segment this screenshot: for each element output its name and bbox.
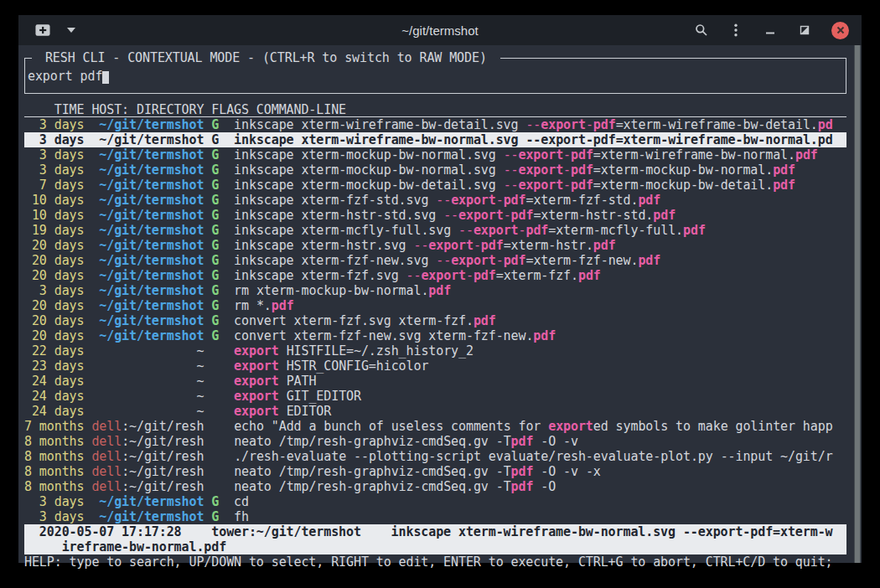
- table-row[interactable]: 20 days ~/git/termshot G inkscape xterm-…: [24, 238, 846, 253]
- cmd-segment: pdf: [593, 132, 616, 147]
- cmd-segment: -: [563, 147, 571, 162]
- table-row[interactable]: 3 days ~/git/termshot G inkscape xterm-m…: [24, 147, 846, 162]
- cmd-segment: export: [541, 132, 586, 147]
- cmd-segment: export: [234, 358, 279, 374]
- cmd-segment: pdf: [474, 313, 496, 328]
- table-row[interactable]: 24 days ~ export GIT_EDITOR: [24, 389, 846, 404]
- cmd-segment: export: [519, 162, 564, 178]
- table-row[interactable]: 20 days ~/git/termshot G convert xterm-f…: [24, 313, 846, 328]
- cmd-segment: -: [466, 268, 474, 283]
- table-row[interactable]: 3 days ~/git/termshot G inkscape xterm-w…: [24, 117, 846, 132]
- scrollbar[interactable]: [853, 45, 862, 563]
- menu-button[interactable]: [728, 23, 743, 38]
- time-cell: 10 days: [24, 208, 84, 223]
- table-row[interactable]: 24 days ~ export EDITOR: [24, 404, 846, 419]
- minimize-button[interactable]: [763, 23, 778, 38]
- time-cell: 3 days: [24, 283, 84, 298]
- table-row[interactable]: 3 days ~/git/termshot G rm xterm-mockup-…: [24, 283, 846, 298]
- flag-cell: G: [211, 313, 219, 328]
- cmd-segment: export: [234, 343, 279, 358]
- table-row[interactable]: 20 days ~/git/termshot G rm *.pdf: [24, 298, 846, 313]
- cmd-segment: :~/git/resh: [122, 434, 204, 449]
- search-input[interactable]: export pdf: [25, 69, 846, 84]
- table-row[interactable]: 20 days ~/git/termshot G convert xterm-f…: [24, 328, 846, 343]
- restore-icon: [800, 25, 810, 35]
- table-row[interactable]: 3 days ~/git/termshot G cd: [24, 494, 846, 509]
- cmd-segment: =xterm-mockup-bw-normal.: [593, 162, 773, 178]
- cmd-segment: pdf: [578, 268, 601, 283]
- cmd-segment: pd: [818, 117, 833, 132]
- table-row[interactable]: 19 days ~/git/termshot G inkscape xterm-…: [24, 223, 846, 238]
- flag-cell: G: [211, 208, 219, 223]
- cmd-segment: ~/git/termshot: [99, 193, 204, 208]
- cmd-segment: =xterm-hstr-std.: [533, 208, 653, 223]
- cmd-segment: pdf: [571, 147, 593, 162]
- tab-dropdown-button[interactable]: [64, 23, 79, 38]
- cmd-segment: inkscape xterm-fzf-new.svg: [234, 253, 436, 268]
- cmd-segment: :~/git/resh: [122, 449, 204, 464]
- cmd-segment: pdf: [533, 328, 556, 343]
- spacer: [24, 94, 846, 102]
- search-query-text: export pdf: [28, 69, 102, 84]
- history-rows: 3 days ~/git/termshot G inkscape xterm-w…: [24, 117, 846, 524]
- table-row[interactable]: 8 months dell:~/git/resh neato /tmp/resh…: [24, 434, 846, 449]
- table-row[interactable]: 8 months dell:~/git/resh neato /tmp/resh…: [24, 464, 846, 479]
- table-row[interactable]: 7 days ~/git/termshot G inkscape xterm-m…: [24, 178, 846, 193]
- table-row[interactable]: 10 days ~/git/termshot G inkscape xterm-…: [24, 208, 846, 223]
- cmd-segment: pdf: [511, 479, 534, 494]
- cmd-segment: pdf: [773, 162, 795, 178]
- cmd-segment: export: [474, 223, 519, 238]
- cmd-segment: =xterm-hstr.: [504, 238, 593, 253]
- table-row[interactable]: 3 days ~/git/termshot G inkscape xterm-w…: [24, 132, 846, 147]
- flag-cell: [211, 358, 219, 374]
- cmd-segment: -O -v -x: [533, 464, 600, 479]
- search-icon: [695, 23, 708, 37]
- text-cursor: [102, 71, 109, 84]
- cmd-segment: fh: [234, 509, 249, 524]
- screen: ~/git/termshot: [0, 0, 880, 588]
- table-row[interactable]: 20 days ~/git/termshot G inkscape xterm-…: [24, 253, 846, 268]
- cmd-segment: ~/git/termshot: [99, 162, 204, 178]
- cmd-segment: pdf: [571, 178, 593, 193]
- cmd-segment: cd: [234, 494, 249, 509]
- cmd-segment: export: [428, 238, 474, 253]
- cmd-segment: pdf: [638, 253, 660, 268]
- table-row[interactable]: 22 days ~ export HISTFILE=~/.zsh_history…: [24, 343, 846, 358]
- cmd-segment: pdf: [511, 434, 534, 449]
- flag-cell: [211, 374, 219, 389]
- cmd-segment: pdf: [525, 223, 548, 238]
- table-row[interactable]: 8 months dell:~/git/resh neato /tmp/resh…: [24, 479, 846, 494]
- time-cell: 20 days: [24, 328, 84, 343]
- cmd-segment: --: [525, 132, 541, 147]
- flag-cell: G: [211, 132, 219, 147]
- cmd-segment: ~/git/termshot: [99, 313, 204, 328]
- cmd-segment: =xterm-mockup-bw-detail.: [593, 178, 773, 193]
- cmd-segment: ~/git/termshot: [99, 283, 204, 298]
- help-bar: HELP: type to search, UP/DOWN to select,…: [24, 554, 846, 570]
- cmd-segment: neato /tmp/resh-graphviz-cmdSeq.gv -T: [234, 464, 510, 479]
- time-cell: 7 months: [24, 419, 84, 434]
- new-tab-button[interactable]: [35, 23, 50, 38]
- cmd-segment: neato /tmp/resh-graphviz-cmdSeq.gv -T: [234, 434, 510, 449]
- scrollbar-thumb[interactable]: [854, 45, 861, 563]
- table-row[interactable]: 24 days ~ export PATH: [24, 374, 846, 389]
- restore-button[interactable]: [797, 23, 812, 38]
- flag-cell: G: [211, 268, 219, 283]
- cmd-segment: dell: [91, 419, 122, 434]
- cmd-segment: export: [234, 374, 279, 389]
- table-row[interactable]: 23 days ~ export HSTR_CONFIG=hicolor: [24, 358, 846, 374]
- search-button[interactable]: [694, 23, 709, 38]
- cmd-segment: dell: [91, 434, 122, 449]
- cmd-segment: :~/git/resh: [122, 419, 204, 434]
- cmd-segment: --: [504, 162, 519, 178]
- close-button[interactable]: [831, 22, 849, 39]
- table-row[interactable]: 10 days ~/git/termshot G inkscape xterm-…: [24, 193, 846, 208]
- table-row[interactable]: 7 months dell:~/git/resh echo "Add a bun…: [24, 419, 846, 434]
- table-row[interactable]: 20 days ~/git/termshot G inkscape xterm-…: [24, 268, 846, 283]
- cmd-segment: --: [504, 147, 519, 162]
- table-row[interactable]: 8 months dell:~/git/resh ./resh-evaluate…: [24, 449, 846, 464]
- table-row[interactable]: 3 days ~/git/termshot G fh: [24, 509, 846, 524]
- table-row[interactable]: 3 days ~/git/termshot G inkscape xterm-m…: [24, 162, 846, 178]
- cmd-segment: export: [548, 419, 593, 434]
- cmd-segment: inkscape xterm-fzf.svg: [234, 268, 406, 283]
